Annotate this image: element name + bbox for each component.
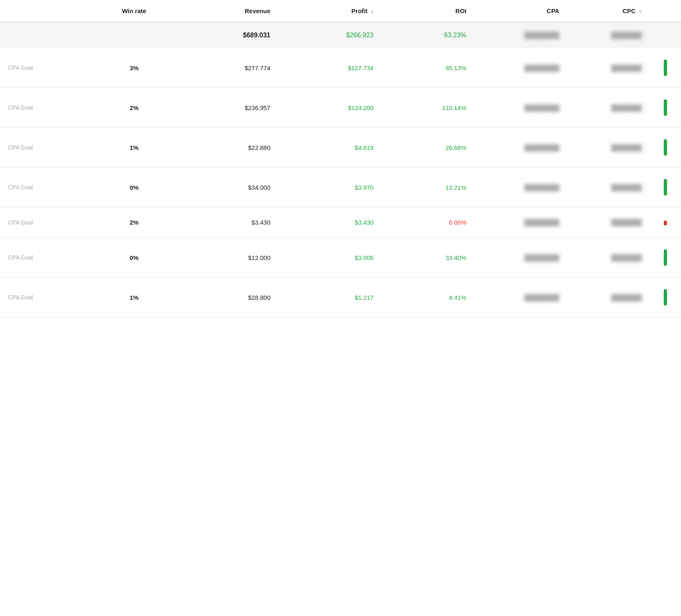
row-roi: 0.00% — [382, 207, 474, 238]
cpc-blurred: ███████ — [611, 144, 642, 151]
cpa-blurred: ████████ — [525, 184, 559, 191]
row-profit: $3.005 — [278, 238, 382, 278]
summary-profit: $266.923 — [278, 22, 382, 48]
row-label: CPA Goal — [0, 207, 93, 238]
row-roi: 110.14% — [382, 88, 474, 128]
cpa-blurred: ████████ — [525, 144, 559, 151]
row-profit: $1.217 — [278, 278, 382, 317]
row-roi: 85.13% — [382, 48, 474, 88]
row-status — [650, 278, 681, 317]
status-bar-green — [664, 60, 667, 76]
row-revenue: $3.430 — [175, 207, 278, 238]
sort-icon[interactable]: ↓ — [371, 8, 374, 14]
table-row: CPA Goal0%$34.000$3.97013.21%███████████… — [0, 168, 681, 207]
summary-action — [650, 22, 681, 48]
table-header-row: Win rate Revenue Profit ↓ ROI CPA CPC ≡ — [0, 0, 681, 22]
col-header-roi[interactable]: ROI — [382, 0, 474, 22]
col-header-revenue[interactable]: Revenue — [175, 0, 278, 22]
row-revenue: $28.800 — [175, 278, 278, 317]
cpa-blurred: ████████ — [525, 219, 559, 226]
row-roi: 33.40% — [382, 238, 474, 278]
table-row: CPA Goal2%$3.430$3.4300.00%█████████████… — [0, 207, 681, 238]
row-status — [650, 168, 681, 207]
summary-cpc-blurred: ███████ — [611, 32, 642, 39]
cpc-blurred: ███████ — [611, 184, 642, 191]
row-revenue: $22.880 — [175, 128, 278, 168]
table-row: CPA Goal2%$236.957$124.200110.14%███████… — [0, 88, 681, 128]
row-cpc: ███████ — [568, 88, 650, 128]
row-cpc: ███████ — [568, 207, 650, 238]
profit-label: Profit — [352, 7, 368, 14]
filter-icon[interactable]: ≡ — [639, 9, 642, 14]
summary-revenue: $689.031 — [175, 22, 278, 48]
campaign-label: CPA Goal — [8, 219, 33, 226]
row-win-rate: 3% — [93, 48, 175, 88]
row-revenue: $12.000 — [175, 238, 278, 278]
revenue-label: Revenue — [245, 7, 271, 14]
status-bar-green — [664, 99, 667, 116]
row-profit: $127.734 — [278, 48, 382, 88]
row-status — [650, 238, 681, 278]
row-cpc: ███████ — [568, 238, 650, 278]
cpa-blurred: ████████ — [525, 104, 559, 111]
row-revenue: $34.000 — [175, 168, 278, 207]
row-status — [650, 128, 681, 168]
row-cpa: ████████ — [475, 207, 568, 238]
cpa-label: CPA — [547, 7, 559, 14]
row-profit: $3.970 — [278, 168, 382, 207]
table-row: CPA Goal3%$277.774$127.73485.13%████████… — [0, 48, 681, 88]
row-label: CPA Goal — [0, 238, 93, 278]
win-rate-label: Win rate — [122, 7, 146, 14]
row-win-rate: 2% — [93, 88, 175, 128]
col-header-profit[interactable]: Profit ↓ — [278, 0, 382, 22]
row-cpa: ████████ — [475, 48, 568, 88]
row-revenue: $277.774 — [175, 48, 278, 88]
row-profit: $124.200 — [278, 88, 382, 128]
row-cpc: ███████ — [568, 128, 650, 168]
campaign-label: CPA Goal — [8, 64, 33, 71]
row-win-rate: 1% — [93, 278, 175, 317]
row-cpa: ████████ — [475, 278, 568, 317]
row-label: CPA Goal — [0, 128, 93, 168]
table-row: CPA Goal1%$28.800$1.2174.41%████████████… — [0, 278, 681, 317]
status-bar-green — [664, 289, 667, 306]
row-win-rate: 2% — [93, 207, 175, 238]
row-cpc: ███████ — [568, 278, 650, 317]
row-label: CPA Goal — [0, 278, 93, 317]
cpc-blurred: ███████ — [611, 254, 642, 261]
row-win-rate: 0% — [93, 238, 175, 278]
col-header-cpa[interactable]: CPA — [475, 0, 568, 22]
row-cpa: ████████ — [475, 88, 568, 128]
summary-cpa-blurred: ████████ — [525, 32, 559, 39]
col-header-win-rate[interactable]: Win rate — [93, 0, 175, 22]
row-status — [650, 207, 681, 238]
row-profit: $4.819 — [278, 128, 382, 168]
row-status — [650, 88, 681, 128]
table-row: CPA Goal0%$12.000$3.00533.40%███████████… — [0, 238, 681, 278]
roi-label: ROI — [456, 7, 467, 14]
row-label: CPA Goal — [0, 168, 93, 207]
col-header-label — [0, 0, 93, 22]
row-cpc: ███████ — [568, 48, 650, 88]
row-cpa: ████████ — [475, 238, 568, 278]
summary-cpa: ████████ — [475, 22, 568, 48]
summary-label — [0, 22, 93, 48]
summary-row: $689.031 $266.923 63.23% ████████ ██████… — [0, 22, 681, 48]
row-roi: 4.41% — [382, 278, 474, 317]
col-header-action — [650, 0, 681, 22]
col-header-cpc[interactable]: CPC ≡ — [568, 0, 650, 22]
row-win-rate: 0% — [93, 168, 175, 207]
row-win-rate: 1% — [93, 128, 175, 168]
row-profit: $3.430 — [278, 207, 382, 238]
status-bar-green — [664, 179, 667, 195]
summary-roi: 63.23% — [382, 22, 474, 48]
row-cpa: ████████ — [475, 128, 568, 168]
row-label: CPA Goal — [0, 88, 93, 128]
cpa-blurred: ████████ — [525, 254, 559, 261]
cpa-blurred: ████████ — [525, 294, 559, 301]
campaign-label: CPA Goal — [8, 104, 33, 111]
campaign-label: CPA Goal — [8, 254, 33, 261]
cpc-blurred: ███████ — [611, 64, 642, 71]
data-table: Win rate Revenue Profit ↓ ROI CPA CPC ≡ — [0, 0, 681, 317]
row-roi: 13.21% — [382, 168, 474, 207]
